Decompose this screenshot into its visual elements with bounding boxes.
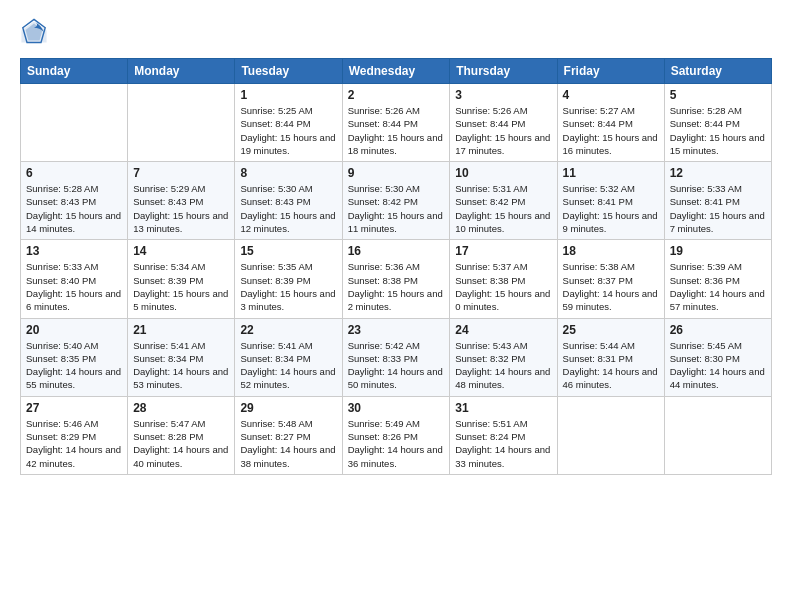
day-number: 17 — [455, 244, 551, 258]
day-number: 24 — [455, 323, 551, 337]
day-info: Sunrise: 5:36 AMSunset: 8:38 PMDaylight:… — [348, 260, 445, 313]
day-number: 22 — [240, 323, 336, 337]
day-number: 14 — [133, 244, 229, 258]
day-number: 21 — [133, 323, 229, 337]
calendar-cell — [128, 84, 235, 162]
day-info: Sunrise: 5:32 AMSunset: 8:41 PMDaylight:… — [563, 182, 659, 235]
day-number: 16 — [348, 244, 445, 258]
day-number: 2 — [348, 88, 445, 102]
calendar-cell: 6Sunrise: 5:28 AMSunset: 8:43 PMDaylight… — [21, 162, 128, 240]
calendar-cell — [21, 84, 128, 162]
day-info: Sunrise: 5:49 AMSunset: 8:26 PMDaylight:… — [348, 417, 445, 470]
day-number: 29 — [240, 401, 336, 415]
day-info: Sunrise: 5:41 AMSunset: 8:34 PMDaylight:… — [240, 339, 336, 392]
day-info: Sunrise: 5:48 AMSunset: 8:27 PMDaylight:… — [240, 417, 336, 470]
day-number: 28 — [133, 401, 229, 415]
weekday-tuesday: Tuesday — [235, 59, 342, 84]
day-number: 19 — [670, 244, 766, 258]
day-number: 18 — [563, 244, 659, 258]
calendar-cell: 3Sunrise: 5:26 AMSunset: 8:44 PMDaylight… — [450, 84, 557, 162]
calendar-cell: 17Sunrise: 5:37 AMSunset: 8:38 PMDayligh… — [450, 240, 557, 318]
day-number: 23 — [348, 323, 445, 337]
day-info: Sunrise: 5:51 AMSunset: 8:24 PMDaylight:… — [455, 417, 551, 470]
weekday-saturday: Saturday — [664, 59, 771, 84]
calendar-cell: 31Sunrise: 5:51 AMSunset: 8:24 PMDayligh… — [450, 396, 557, 474]
calendar-cell: 12Sunrise: 5:33 AMSunset: 8:41 PMDayligh… — [664, 162, 771, 240]
day-info: Sunrise: 5:28 AMSunset: 8:44 PMDaylight:… — [670, 104, 766, 157]
day-number: 13 — [26, 244, 122, 258]
calendar-cell: 28Sunrise: 5:47 AMSunset: 8:28 PMDayligh… — [128, 396, 235, 474]
day-info: Sunrise: 5:45 AMSunset: 8:30 PMDaylight:… — [670, 339, 766, 392]
calendar-cell: 8Sunrise: 5:30 AMSunset: 8:43 PMDaylight… — [235, 162, 342, 240]
day-info: Sunrise: 5:25 AMSunset: 8:44 PMDaylight:… — [240, 104, 336, 157]
weekday-header-row: SundayMondayTuesdayWednesdayThursdayFrid… — [21, 59, 772, 84]
calendar-cell: 2Sunrise: 5:26 AMSunset: 8:44 PMDaylight… — [342, 84, 450, 162]
weekday-monday: Monday — [128, 59, 235, 84]
calendar-week-4: 20Sunrise: 5:40 AMSunset: 8:35 PMDayligh… — [21, 318, 772, 396]
calendar-week-2: 6Sunrise: 5:28 AMSunset: 8:43 PMDaylight… — [21, 162, 772, 240]
day-number: 3 — [455, 88, 551, 102]
weekday-thursday: Thursday — [450, 59, 557, 84]
day-number: 20 — [26, 323, 122, 337]
day-number: 12 — [670, 166, 766, 180]
calendar-cell — [557, 396, 664, 474]
calendar-cell: 26Sunrise: 5:45 AMSunset: 8:30 PMDayligh… — [664, 318, 771, 396]
day-info: Sunrise: 5:44 AMSunset: 8:31 PMDaylight:… — [563, 339, 659, 392]
day-number: 27 — [26, 401, 122, 415]
day-info: Sunrise: 5:41 AMSunset: 8:34 PMDaylight:… — [133, 339, 229, 392]
day-number: 6 — [26, 166, 122, 180]
day-info: Sunrise: 5:39 AMSunset: 8:36 PMDaylight:… — [670, 260, 766, 313]
logo — [20, 18, 52, 46]
page: SundayMondayTuesdayWednesdayThursdayFrid… — [0, 0, 792, 485]
weekday-friday: Friday — [557, 59, 664, 84]
day-info: Sunrise: 5:26 AMSunset: 8:44 PMDaylight:… — [348, 104, 445, 157]
day-info: Sunrise: 5:46 AMSunset: 8:29 PMDaylight:… — [26, 417, 122, 470]
calendar-week-3: 13Sunrise: 5:33 AMSunset: 8:40 PMDayligh… — [21, 240, 772, 318]
calendar-cell: 25Sunrise: 5:44 AMSunset: 8:31 PMDayligh… — [557, 318, 664, 396]
day-info: Sunrise: 5:28 AMSunset: 8:43 PMDaylight:… — [26, 182, 122, 235]
calendar-cell: 27Sunrise: 5:46 AMSunset: 8:29 PMDayligh… — [21, 396, 128, 474]
weekday-sunday: Sunday — [21, 59, 128, 84]
calendar-cell: 10Sunrise: 5:31 AMSunset: 8:42 PMDayligh… — [450, 162, 557, 240]
calendar-cell: 15Sunrise: 5:35 AMSunset: 8:39 PMDayligh… — [235, 240, 342, 318]
day-info: Sunrise: 5:31 AMSunset: 8:42 PMDaylight:… — [455, 182, 551, 235]
calendar-cell: 18Sunrise: 5:38 AMSunset: 8:37 PMDayligh… — [557, 240, 664, 318]
calendar-cell: 29Sunrise: 5:48 AMSunset: 8:27 PMDayligh… — [235, 396, 342, 474]
calendar-cell: 1Sunrise: 5:25 AMSunset: 8:44 PMDaylight… — [235, 84, 342, 162]
day-info: Sunrise: 5:29 AMSunset: 8:43 PMDaylight:… — [133, 182, 229, 235]
calendar-week-1: 1Sunrise: 5:25 AMSunset: 8:44 PMDaylight… — [21, 84, 772, 162]
day-info: Sunrise: 5:34 AMSunset: 8:39 PMDaylight:… — [133, 260, 229, 313]
calendar-cell: 11Sunrise: 5:32 AMSunset: 8:41 PMDayligh… — [557, 162, 664, 240]
day-info: Sunrise: 5:30 AMSunset: 8:42 PMDaylight:… — [348, 182, 445, 235]
calendar-cell: 5Sunrise: 5:28 AMSunset: 8:44 PMDaylight… — [664, 84, 771, 162]
calendar-cell: 19Sunrise: 5:39 AMSunset: 8:36 PMDayligh… — [664, 240, 771, 318]
day-number: 4 — [563, 88, 659, 102]
day-info: Sunrise: 5:30 AMSunset: 8:43 PMDaylight:… — [240, 182, 336, 235]
calendar-week-5: 27Sunrise: 5:46 AMSunset: 8:29 PMDayligh… — [21, 396, 772, 474]
day-info: Sunrise: 5:47 AMSunset: 8:28 PMDaylight:… — [133, 417, 229, 470]
day-number: 31 — [455, 401, 551, 415]
calendar-cell: 24Sunrise: 5:43 AMSunset: 8:32 PMDayligh… — [450, 318, 557, 396]
day-number: 5 — [670, 88, 766, 102]
day-info: Sunrise: 5:37 AMSunset: 8:38 PMDaylight:… — [455, 260, 551, 313]
logo-icon — [20, 18, 48, 46]
calendar-cell: 7Sunrise: 5:29 AMSunset: 8:43 PMDaylight… — [128, 162, 235, 240]
day-info: Sunrise: 5:33 AMSunset: 8:41 PMDaylight:… — [670, 182, 766, 235]
day-info: Sunrise: 5:27 AMSunset: 8:44 PMDaylight:… — [563, 104, 659, 157]
day-number: 7 — [133, 166, 229, 180]
day-number: 30 — [348, 401, 445, 415]
calendar-cell: 16Sunrise: 5:36 AMSunset: 8:38 PMDayligh… — [342, 240, 450, 318]
day-info: Sunrise: 5:43 AMSunset: 8:32 PMDaylight:… — [455, 339, 551, 392]
day-info: Sunrise: 5:33 AMSunset: 8:40 PMDaylight:… — [26, 260, 122, 313]
calendar-cell: 23Sunrise: 5:42 AMSunset: 8:33 PMDayligh… — [342, 318, 450, 396]
day-number: 10 — [455, 166, 551, 180]
calendar-cell: 21Sunrise: 5:41 AMSunset: 8:34 PMDayligh… — [128, 318, 235, 396]
calendar-cell — [664, 396, 771, 474]
calendar-cell: 20Sunrise: 5:40 AMSunset: 8:35 PMDayligh… — [21, 318, 128, 396]
calendar-cell: 30Sunrise: 5:49 AMSunset: 8:26 PMDayligh… — [342, 396, 450, 474]
day-info: Sunrise: 5:35 AMSunset: 8:39 PMDaylight:… — [240, 260, 336, 313]
day-info: Sunrise: 5:26 AMSunset: 8:44 PMDaylight:… — [455, 104, 551, 157]
day-number: 1 — [240, 88, 336, 102]
day-number: 25 — [563, 323, 659, 337]
calendar-cell: 4Sunrise: 5:27 AMSunset: 8:44 PMDaylight… — [557, 84, 664, 162]
